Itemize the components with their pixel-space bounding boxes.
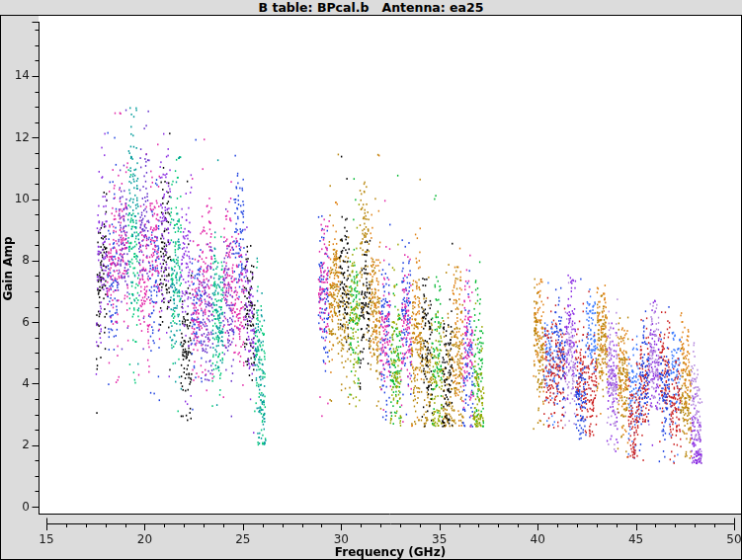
y-tick-label: 4 [4,377,30,390]
y-tick-label: 14 [4,69,30,82]
x-tick-label: 15 [32,533,61,546]
y-tick-label: 12 [4,131,30,144]
y-tick-label: 2 [4,439,30,451]
x-tick-label: 30 [326,533,356,546]
x-axis-label: Frequency (GHz) [0,545,742,559]
x-tick-label: 35 [425,533,454,546]
title-bar: B table: BPcal.b Antenna: ea25 [0,0,742,16]
x-tick-label: 25 [228,533,258,546]
x-tick-label: 40 [523,533,552,546]
y-axis-label: Gain Amp [1,236,15,300]
y-tick-label: 8 [4,254,30,267]
plot-canvas[interactable] [0,0,742,560]
x-tick-label: 45 [621,533,651,546]
x-tick-label: 50 [719,533,742,546]
y-tick-label: 10 [4,193,30,205]
y-tick-label: 6 [4,316,30,329]
plot-title: B table: BPcal.b Antenna: ea25 [259,0,484,15]
plotcal-window: B table: BPcal.b Antenna: ea25 Gain Amp … [0,0,742,560]
x-tick-label: 20 [129,533,159,546]
y-tick-label: 0 [4,501,30,514]
